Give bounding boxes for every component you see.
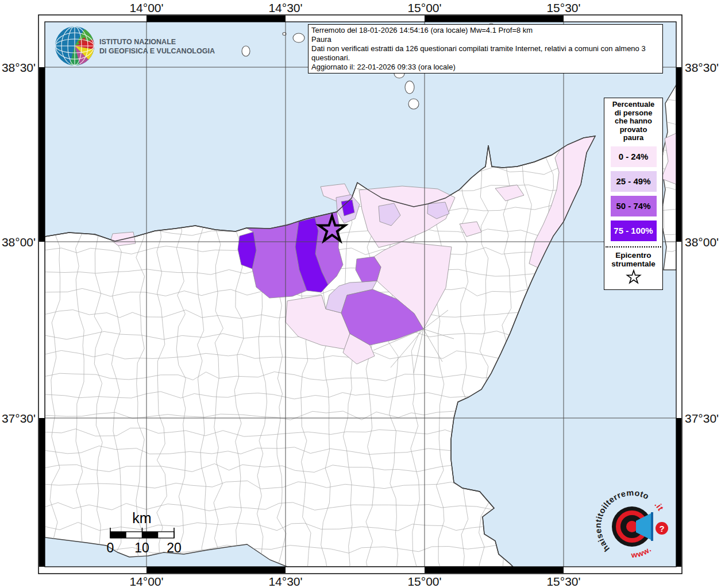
axis-label-bottom-14-30: 14°30' [268, 575, 302, 588]
legend-label-0-24: 0 - 24% [619, 152, 649, 161]
axis-label-left-38-30: 38°30' [0, 61, 36, 75]
legend-swatch-25-49: 25 - 49% [611, 171, 657, 192]
axis-label-bottom-15-30: 15°30' [546, 575, 580, 588]
scale-label-0: 0 [107, 540, 114, 556]
legend-swatch-75-100: 75 - 100% [611, 220, 657, 241]
legend-swatch-50-74: 50 - 74% [611, 196, 657, 216]
axis-label-left-38-00: 38°00' [0, 235, 36, 249]
legend-title: Percentuale di persone che hanno provato… [604, 100, 662, 142]
scale-unit-label: km [119, 510, 165, 527]
axis-label-bottom-14-00: 14°00' [129, 575, 163, 588]
event-disclaimer: Dati non verificati estratti da 126 ques… [311, 44, 660, 63]
scale-label-20: 20 [167, 540, 182, 556]
ingv-logo-line1: ISTITUTO NAZIONALE [99, 38, 176, 46]
question-mark: ? [659, 524, 664, 533]
axis-label-left-37-30: 37°30' [0, 412, 36, 425]
legend-epicenter-line2: strumentale [604, 260, 662, 268]
scale-label-10: 10 [134, 540, 149, 556]
event-title: Terremoto del 18-01-2026 14:54:16 (ora l… [311, 26, 660, 35]
axis-label-top-14-30: 14°30' [268, 1, 302, 15]
axis-label-top-15-30: 15°30' [546, 1, 580, 15]
axis-label-top-14-00: 14°00' [129, 1, 163, 15]
legend-separator [606, 246, 661, 247]
axis-label-right-38-00: 38°00' [685, 235, 719, 249]
event-metric: Paura [311, 35, 660, 44]
axis-label-bottom-15-00: 15°00' [407, 575, 441, 588]
event-info-box: Terremoto del 18-01-2026 14:54:16 (ora l… [308, 24, 663, 74]
event-updated: Aggiornato il: 22-01-2026 09:33 (ora loc… [311, 63, 660, 72]
map-svg: ISTITUTO NAZIONALE DI GEOFISICA E VULCAN… [0, 0, 721, 588]
axis-label-right-37-30: 37°30' [685, 412, 719, 425]
legend-swatch-0-24: 0 - 24% [611, 146, 657, 167]
legend-label-50-74: 50 - 74% [616, 201, 650, 211]
map-page: ISTITUTO NAZIONALE DI GEOFISICA E VULCAN… [0, 0, 721, 588]
legend-label-75-100: 75 - 100% [614, 226, 653, 235]
legend-star-icon [626, 269, 642, 285]
legend-epicenter-line1: Epicentro [604, 251, 662, 260]
axis-label-top-15-00: 15°00' [407, 1, 441, 15]
legend-label-25-49: 25 - 49% [616, 176, 650, 186]
ingv-logo-line2: DI GEOFISICA E VULCANOLOGIA [99, 47, 215, 55]
axis-label-right-38-30: 38°30' [685, 61, 719, 75]
legend: Percentuale di persone che hanno provato… [604, 98, 663, 290]
